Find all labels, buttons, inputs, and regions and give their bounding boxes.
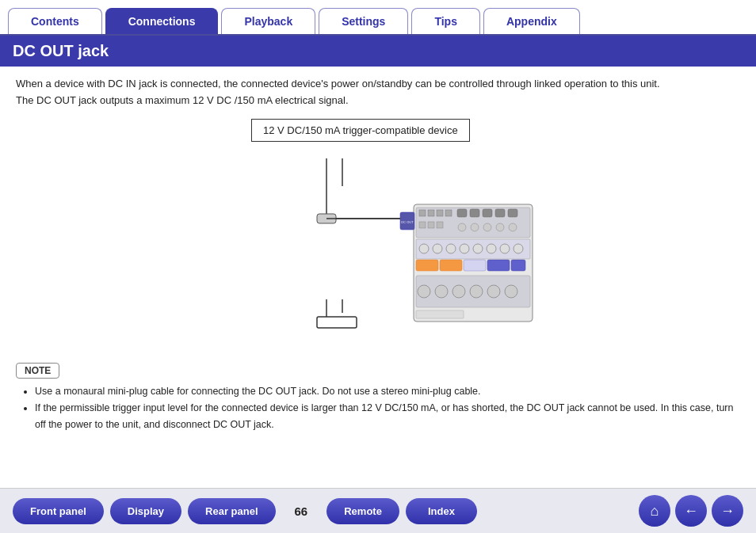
svg-point-46 [487, 285, 500, 298]
svg-point-33 [487, 244, 496, 253]
description: When a device with DC IN jack is connect… [16, 76, 740, 109]
tab-settings[interactable]: Settings [319, 8, 408, 34]
svg-point-29 [433, 244, 442, 253]
svg-rect-13 [445, 210, 452, 216]
rear-panel-button[interactable]: Rear panel [188, 498, 275, 524]
trigger-device-label: 12 V DC/150 mA trigger-compatible device [251, 119, 470, 142]
svg-rect-36 [416, 260, 438, 271]
forward-button[interactable]: → [712, 495, 743, 527]
note-list: Use a monaural mini-plug cable for conne… [16, 383, 740, 434]
svg-point-43 [435, 285, 448, 298]
bottom-navigation: Front panel Display Rear panel 66 Remote… [0, 488, 756, 533]
page-number: 66 [282, 504, 321, 518]
svg-rect-12 [437, 210, 443, 216]
remote-button[interactable]: Remote [326, 498, 399, 524]
home-button[interactable]: ⌂ [639, 495, 670, 527]
svg-rect-14 [457, 209, 467, 217]
svg-rect-38 [464, 260, 486, 271]
back-icon: ← [684, 503, 698, 520]
tab-contents[interactable]: Contents [8, 8, 102, 34]
svg-point-42 [418, 285, 430, 298]
svg-point-35 [514, 244, 523, 253]
top-navigation: Contents Connections Playback Settings T… [0, 0, 756, 36]
svg-point-26 [509, 223, 517, 231]
svg-rect-10 [419, 210, 426, 216]
index-button[interactable]: Index [406, 498, 477, 524]
svg-point-32 [473, 244, 483, 253]
svg-rect-16 [483, 209, 492, 217]
svg-rect-39 [487, 260, 510, 271]
home-icon: ⌂ [651, 503, 659, 520]
bottom-nav-right: ⌂ ← → [639, 495, 743, 527]
svg-rect-11 [428, 210, 434, 216]
page-title: DC OUT jack [0, 36, 756, 67]
svg-rect-21 [437, 222, 443, 228]
svg-point-24 [483, 223, 491, 231]
device-diagram: DC OUT [204, 158, 544, 341]
bottom-nav-left: Front panel Display Rear panel 66 Remote… [13, 498, 477, 524]
note-label: NOTE [16, 363, 59, 379]
tab-appendix[interactable]: Appendix [483, 8, 580, 34]
diagram-area: 12 V DC/150 mA trigger-compatible device [16, 119, 740, 348]
svg-rect-7 [317, 317, 357, 328]
svg-rect-50 [416, 310, 464, 318]
svg-point-25 [496, 223, 504, 231]
tab-connections[interactable]: Connections [105, 8, 219, 34]
svg-point-22 [458, 223, 466, 231]
svg-point-30 [446, 244, 456, 253]
front-panel-button[interactable]: Front panel [13, 498, 104, 524]
svg-rect-20 [428, 222, 434, 228]
svg-point-34 [500, 244, 510, 253]
svg-point-28 [419, 244, 429, 253]
svg-rect-17 [495, 209, 505, 217]
svg-point-31 [460, 244, 469, 253]
svg-rect-40 [511, 260, 525, 271]
svg-rect-19 [419, 222, 426, 228]
description-line2: The DC OUT jack outputs a maximum 12 V D… [16, 94, 349, 106]
svg-text:DC OUT: DC OUT [401, 220, 414, 224]
note-item-1: Use a monaural mini-plug cable for conne… [35, 383, 740, 400]
svg-point-47 [505, 285, 517, 298]
svg-rect-37 [440, 260, 462, 271]
forward-icon: → [720, 503, 735, 520]
svg-point-45 [470, 285, 483, 298]
note-item-2: If the permissible trigger input level f… [35, 400, 740, 434]
tab-tips[interactable]: Tips [411, 8, 480, 34]
svg-rect-18 [508, 209, 517, 217]
display-button[interactable]: Display [110, 498, 181, 524]
svg-point-44 [452, 285, 465, 298]
description-line1: When a device with DC IN jack is connect… [16, 78, 660, 89]
diagram-container: 12 V DC/150 mA trigger-compatible device [204, 119, 552, 348]
tab-playback[interactable]: Playback [221, 8, 315, 34]
note-section: NOTE Use a monaural mini-plug cable for … [16, 363, 740, 434]
svg-point-23 [471, 223, 479, 231]
back-button[interactable]: ← [675, 495, 707, 527]
main-content: When a device with DC IN jack is connect… [0, 67, 756, 451]
svg-rect-15 [470, 209, 479, 217]
